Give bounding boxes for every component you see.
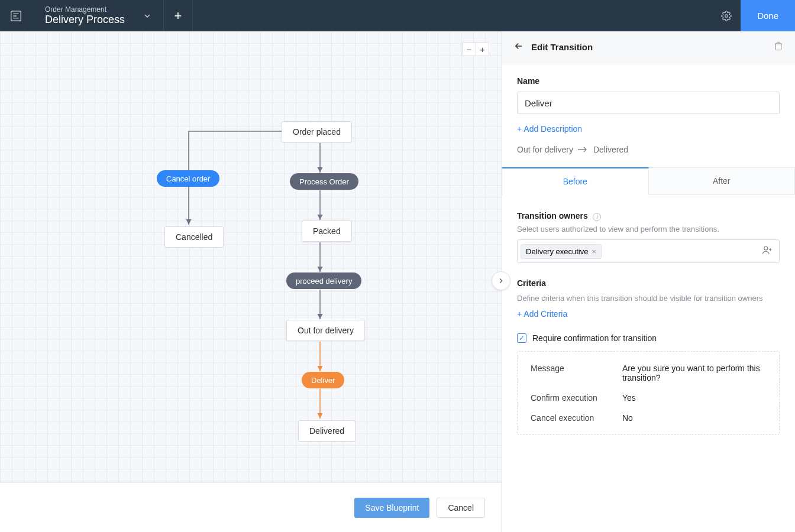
node-order-placed[interactable]: Order placed (282, 121, 352, 142)
zoom-in-button[interactable]: + (476, 43, 489, 56)
svg-point-1 (725, 14, 728, 17)
require-confirm-label: Require confirmation for transition (532, 333, 657, 343)
confirm-box: Message Are you sure you want to perform… (517, 351, 780, 435)
owner-chip-label: Delivery executive (526, 247, 589, 256)
node-out-for-delivery[interactable]: Out for delivery (286, 320, 365, 341)
cancel-exec-key: Cancel execution (531, 413, 622, 423)
arrow-left-icon (513, 41, 524, 51)
panel-title: Edit Transition (531, 42, 774, 52)
app-icon (0, 9, 32, 22)
delete-button[interactable] (774, 41, 783, 53)
trash-icon (774, 41, 783, 51)
node-cancelled[interactable]: Cancelled (164, 226, 224, 248)
zoom-out-button[interactable]: − (463, 43, 476, 56)
flow-to: Delivered (593, 145, 628, 154)
collapse-panel-button[interactable] (492, 271, 510, 290)
owner-chip: Delivery executive × (521, 244, 602, 259)
tab-before[interactable]: Before (502, 167, 649, 195)
node-delivered[interactable]: Delivered (298, 420, 356, 442)
require-confirm-row[interactable]: ✓ Require confirmation for transition (517, 333, 780, 343)
name-label: Name (517, 76, 780, 86)
zoom-controls: − + (462, 42, 489, 56)
top-bar: Order Management Delivery Process + Done (0, 0, 795, 31)
cancel-exec-val: No (622, 413, 766, 423)
tabs: Before After (502, 167, 795, 195)
user-add-icon (762, 245, 773, 255)
node-packed[interactable]: Packed (302, 220, 352, 242)
message-key: Message (531, 364, 622, 382)
add-user-button[interactable] (762, 245, 776, 258)
remove-chip-button[interactable]: × (592, 247, 597, 256)
gear-icon (721, 11, 732, 21)
transition-process-order[interactable]: Process Order (290, 173, 358, 190)
transition-cancel-order[interactable]: Cancel order (157, 170, 219, 187)
panel-header: Edit Transition (502, 31, 795, 63)
owners-sub: Select users authorized to view and perf… (517, 225, 780, 233)
chevron-right-icon (497, 277, 505, 285)
title-block: Order Management Delivery Process (32, 3, 131, 28)
info-icon[interactable]: i (593, 213, 601, 221)
canvas[interactable]: Order placed Cancel order Cancelled Proc… (0, 31, 501, 532)
require-confirm-checkbox[interactable]: ✓ (517, 333, 526, 343)
criteria-sub: Define criteria when this transition sho… (517, 294, 780, 303)
flow-from: Out for delivery (517, 145, 573, 154)
add-criteria-link[interactable]: + Add Criteria (517, 309, 567, 319)
title-dropdown[interactable] (131, 11, 163, 21)
bottom-bar: Save Blueprint Cancel (0, 482, 501, 532)
add-description-link[interactable]: + Add Description (517, 124, 582, 134)
owners-label: Transition owners (517, 211, 588, 220)
criteria-label: Criteria (517, 278, 780, 288)
add-button[interactable]: + (163, 0, 193, 31)
state-flow: Out for delivery Delivered (517, 145, 780, 154)
cancel-button[interactable]: Cancel (437, 498, 485, 518)
page-title: Delivery Process (45, 14, 125, 26)
settings-button[interactable] (712, 0, 741, 31)
transition-deliver[interactable]: Deliver (302, 372, 344, 388)
svg-point-2 (764, 246, 768, 250)
name-input[interactable] (517, 92, 780, 114)
back-button[interactable] (513, 41, 524, 54)
transition-proceed-delivery[interactable]: proceed delivery (286, 273, 361, 289)
confirm-exec-val: Yes (622, 393, 766, 403)
save-blueprint-button[interactable]: Save Blueprint (354, 498, 429, 518)
side-panel: Edit Transition Name + Add Description O… (501, 31, 795, 532)
tab-after[interactable]: After (649, 167, 796, 195)
category-label: Order Management (45, 5, 125, 14)
owners-input[interactable]: Delivery executive × (517, 239, 780, 263)
arrow-right-icon (578, 147, 589, 153)
confirm-exec-key: Confirm execution (531, 393, 622, 403)
done-button[interactable]: Done (741, 0, 795, 31)
message-val: Are you sure you want to perform this tr… (622, 364, 766, 382)
